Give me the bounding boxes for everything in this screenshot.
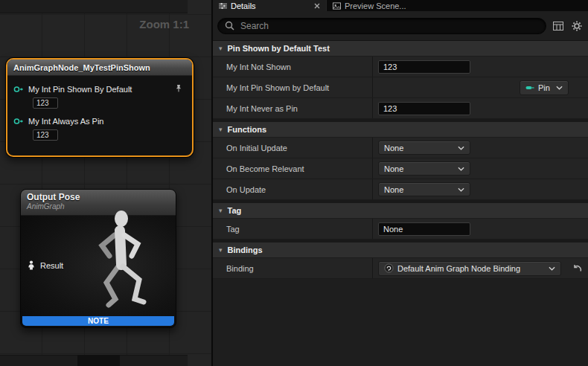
property-label: My Int Not Shown	[213, 57, 373, 77]
property-row: Binding Default Anim Graph Node Binding	[213, 258, 588, 279]
node-title-bar[interactable]: AnimGraphNode_MyTestPinShown	[7, 60, 192, 76]
int-pin-icon[interactable]	[13, 118, 24, 125]
property-label: Tag	[213, 219, 373, 239]
chevron-down-icon: ▾	[219, 126, 223, 133]
result-pin-label: Result	[40, 261, 63, 270]
my-int-not-shown-input[interactable]: 123	[378, 60, 470, 74]
property-value: None	[373, 158, 588, 179]
property-row: My Int Pin Shown by Default Pin	[213, 77, 588, 98]
pin-value-input[interactable]: 123	[33, 97, 58, 109]
pin-label: My Int Pin Shown By Default	[28, 85, 132, 94]
dropdown-value: None	[384, 144, 403, 152]
chevron-down-icon: ▾	[219, 208, 223, 214]
tab-details[interactable]: Details	[213, 0, 326, 11]
dropdown-value: Pin	[538, 83, 550, 92]
node-title: Output Pose	[27, 192, 170, 202]
property-row: My Int Never as Pin 123	[213, 98, 588, 119]
result-pin-row: Result	[27, 260, 63, 270]
zoom-level-label: Zoom 1:1	[139, 18, 189, 30]
offscreen-node-edge-top	[0, 0, 188, 13]
anim-graph-node-mytestpinshown[interactable]: AnimGraphNode_MyTestPinShown My Int Pin …	[6, 58, 194, 157]
chevron-down-icon: ▾	[219, 45, 223, 52]
int-pin-icon[interactable]	[13, 86, 24, 93]
search-toolbar	[213, 11, 588, 41]
pin-label: My Int Always As Pin	[28, 117, 103, 126]
property-row: On Become Relevant None	[213, 158, 588, 179]
property-label: Binding	[213, 258, 373, 278]
tab-label: Preview Scene...	[345, 1, 406, 10]
tab-label: Details	[231, 1, 256, 10]
chevron-down-icon	[458, 146, 464, 150]
property-label: On Update	[213, 179, 373, 199]
chevron-down-icon	[556, 86, 563, 90]
category-functions[interactable]: ▾ Functions	[213, 122, 588, 138]
property-value: Default Anim Graph Node Binding	[373, 258, 588, 278]
property-value: 123	[373, 57, 588, 77]
details-panel: Details Preview Scene...	[213, 0, 588, 366]
dropdown-value: None	[384, 164, 403, 173]
on-become-relevant-dropdown[interactable]: None	[378, 161, 470, 176]
gear-icon	[572, 21, 582, 31]
tag-input[interactable]: None	[378, 222, 470, 236]
on-initial-update-dropdown[interactable]: None	[378, 141, 470, 155]
property-value: None	[373, 179, 588, 199]
view-options-button[interactable]	[552, 22, 565, 30]
property-row: Tag None	[213, 219, 588, 240]
property-value: None	[373, 138, 588, 158]
pin-row: My Int Pin Shown By Default	[13, 83, 188, 94]
category-title: Pin Shown by Default Test	[228, 44, 330, 53]
category-bindings[interactable]: ▾ Bindings	[213, 243, 588, 258]
view-options-icon	[553, 22, 563, 30]
character-preview-image	[63, 205, 174, 317]
category-title: Functions	[228, 125, 267, 134]
preview-tab-icon	[333, 2, 341, 10]
details-tab-icon	[219, 2, 227, 10]
search-box[interactable]	[217, 18, 546, 34]
chevron-down-icon	[458, 167, 464, 171]
pin-visibility-dropdown[interactable]: Pin	[520, 80, 569, 95]
pose-pin-icon[interactable]	[27, 260, 36, 270]
category-title: Tag	[228, 206, 242, 215]
search-icon	[225, 21, 234, 30]
my-int-never-as-pin-input[interactable]: 123	[378, 102, 470, 115]
property-label: My Int Never as Pin	[213, 98, 373, 118]
pin-row: My Int Always As Pin	[13, 115, 188, 126]
anim-graph-canvas[interactable]: Zoom 1:1 AnimGraphNode_MyTestPinShown My…	[0, 0, 211, 366]
property-value: 123	[373, 98, 588, 118]
binding-icon	[384, 263, 394, 273]
search-input[interactable]	[239, 20, 539, 32]
category-tag[interactable]: ▾ Tag	[213, 203, 588, 219]
property-value: Pin	[373, 77, 588, 97]
close-icon[interactable]	[314, 3, 320, 9]
tab-bar: Details Preview Scene...	[213, 0, 588, 11]
unreal-anim-blueprint-editor: Zoom 1:1 AnimGraphNode_MyTestPinShown My…	[0, 0, 588, 366]
offscreen-node-edge-bottom-dark	[77, 355, 120, 366]
note-badge: NOTE	[22, 316, 174, 326]
settings-button[interactable]	[570, 21, 584, 31]
chevron-down-icon	[458, 187, 464, 192]
category-title: Bindings	[228, 245, 263, 254]
node-body: Result NOTE	[21, 216, 176, 327]
revert-icon[interactable]	[572, 264, 582, 273]
tab-preview-scene[interactable]: Preview Scene...	[327, 0, 412, 11]
property-row: On Initial Update None	[213, 138, 588, 158]
pin-icon	[525, 85, 534, 91]
property-label: On Initial Update	[213, 138, 373, 158]
pin-icon[interactable]	[174, 84, 183, 93]
category-pin-shown-by-default-test[interactable]: ▾ Pin Shown by Default Test	[213, 41, 588, 57]
binding-dropdown[interactable]: Default Anim Graph Node Binding	[378, 261, 561, 276]
property-label: On Become Relevant	[213, 158, 373, 179]
dropdown-value: None	[384, 185, 403, 194]
chevron-down-icon: ▾	[219, 247, 223, 254]
node-body: My Int Pin Shown By Default 123 My Int A…	[7, 76, 192, 141]
on-update-dropdown[interactable]: None	[378, 182, 470, 196]
property-list: ▾ Pin Shown by Default Test My Int Not S…	[213, 41, 588, 366]
output-pose-node[interactable]: Output Pose AnimGraph	[20, 189, 176, 328]
pin-value-input[interactable]: 123	[33, 129, 58, 141]
property-label: My Int Pin Shown by Default	[213, 77, 373, 97]
chevron-down-icon	[549, 266, 555, 271]
property-value: None	[373, 219, 588, 239]
dropdown-value: Default Anim Graph Node Binding	[397, 264, 520, 273]
property-row: My Int Not Shown 123	[213, 57, 588, 77]
property-row: On Update None	[213, 179, 588, 200]
